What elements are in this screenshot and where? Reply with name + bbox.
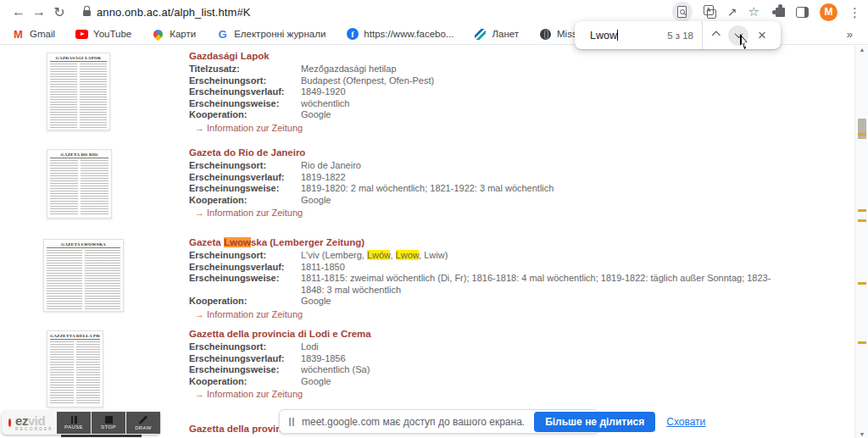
side-panel-icon[interactable] — [796, 7, 809, 18]
forward-icon[interactable]: → — [29, 4, 49, 19]
field-row: Erscheinungsort:Rio de Janeiro — [189, 160, 778, 172]
pause-icon — [71, 416, 77, 424]
field-value: 1811-1815: zweimal wöchentlich (Di, Fr);… — [301, 273, 778, 296]
find-previous-button[interactable] — [703, 24, 726, 47]
draw-button[interactable]: DRAW — [126, 412, 160, 434]
scrollbar-up-icon[interactable]: ▲ — [855, 47, 868, 53]
bookmark-item[interactable]: Ланет — [474, 28, 519, 41]
bookmarks-overflow-chevron[interactable]: » — [847, 28, 853, 41]
field-row: Kooperation:Google — [189, 376, 778, 388]
find-highlight-match: Lwow — [396, 250, 420, 260]
newspaper-thumbnail[interactable]: GAZDASÁGI LAPOK — [47, 53, 110, 130]
youtube-icon — [75, 28, 88, 41]
field-label: Erscheinungsort: — [189, 341, 301, 353]
field-value: Google — [301, 109, 331, 121]
find-match-tick — [858, 219, 866, 222]
find-match-tick — [858, 282, 866, 285]
field-row: Erscheinungsweise:1811-1815: zweimal wöc… — [189, 273, 778, 296]
field-value: wöchentlich — [301, 98, 349, 110]
stop-button[interactable]: STOP — [92, 412, 125, 434]
reload-icon[interactable]: ↻ — [49, 4, 70, 20]
newspaper-title-link[interactable]: Gazeta Lwowska (Lemberger Zeitung) — [189, 237, 778, 247]
google-icon: G — [216, 28, 229, 41]
field-value: Rio de Janeiro — [301, 160, 361, 172]
field-value: 1849-1920 — [301, 86, 346, 98]
globe-icon — [539, 28, 552, 41]
bookmark-item[interactable]: f https://www.facebo... — [346, 28, 453, 41]
field-label: Erscheinungsweise: — [189, 273, 301, 296]
ezvid-logo: ezvid RECORDER — [15, 414, 53, 432]
field-value: Google — [301, 296, 331, 308]
field-value: Google — [301, 195, 331, 207]
field-value: 1811-1850 — [301, 262, 345, 274]
field-value: 1819-1822 — [301, 172, 346, 184]
field-value: wöchentlich (Sa) — [301, 364, 370, 376]
arrow-icon: → — [195, 123, 204, 133]
field-value: 1839-1856 — [301, 353, 346, 365]
field-label: Erscheinungsweise: — [189, 183, 301, 195]
field-row: Kooperation:Google — [189, 195, 778, 207]
field-label: Erscheinungsort: — [189, 250, 301, 262]
field-row: Erscheinungsort:L'viv (Lemberg, Lwów, Lw… — [189, 250, 778, 262]
field-label: Erscheinungsverlauf: — [189, 353, 301, 365]
stop-icon — [105, 416, 113, 424]
field-label: Erscheinungsort: — [189, 160, 301, 172]
extensions-icon[interactable] — [776, 8, 785, 17]
ezvid-recorder-widget: ezvid RECORDER PAUSE STOP DRAW — [2, 411, 160, 435]
field-value: Mezőgazdasági hetilap — [301, 64, 397, 75]
bookmark-star-icon[interactable]: ☆ — [748, 4, 760, 19]
mouse-cursor — [740, 34, 750, 49]
pause-bars-icon — [289, 418, 294, 426]
text-caret — [617, 30, 618, 41]
bookmark-item[interactable]: YouTube — [75, 28, 131, 41]
field-row: Erscheinungsweise:wöchentlich (Sa) — [189, 364, 778, 376]
menu-kebab-icon[interactable]: ⋮ — [849, 6, 861, 19]
bookmark-item[interactable]: G Електронні журнали — [216, 28, 326, 41]
find-in-page-indicator-icon[interactable] — [672, 2, 693, 22]
find-input[interactable]: Lwow — [590, 30, 618, 42]
information-link[interactable]: → Information zur Zeitung — [195, 208, 778, 218]
newspaper-title-link[interactable]: Gazetta della provincia di Lodi e Crema — [189, 329, 778, 339]
find-match-tick — [858, 209, 866, 212]
field-label: Erscheinungsverlauf: — [189, 172, 301, 184]
newspaper-thumbnail[interactable]: GAZETA DO RIO — [47, 149, 112, 219]
newspaper-title-link[interactable]: Gazeta do Rio de Janeiro — [189, 147, 778, 158]
information-link[interactable]: → Information zur Zeitung — [195, 309, 778, 319]
browser-toolbar: ← → ↻ anno.onb.ac.at/alph_list.htm#K ↗ ☆… — [0, 0, 868, 24]
field-label: Erscheinungsverlauf: — [189, 86, 301, 98]
find-close-button[interactable]: × — [750, 24, 774, 47]
profile-avatar[interactable]: M — [820, 3, 837, 21]
newspaper-list: GAZDASÁGI LAPOK Gazdasági Lapok Titelzus… — [0, 46, 854, 438]
scrollbar-down-icon[interactable]: ▼ — [855, 431, 868, 437]
information-link[interactable]: → Information zur Zeitung — [195, 123, 778, 133]
field-row: Erscheinungsverlauf:1849-1920 — [189, 86, 778, 98]
field-label: Kooperation: — [189, 195, 301, 207]
facebook-icon: f — [346, 28, 359, 41]
bookmark-item[interactable]: Карти — [152, 28, 196, 41]
information-link[interactable]: → Information zur Zeitung — [195, 389, 778, 399]
field-label: Erscheinungsweise: — [189, 98, 301, 110]
scrollbar-thumb[interactable] — [858, 119, 866, 139]
newspaper-entry: GAZETA DO RIO Gazeta do Rio de Janeiro E… — [0, 147, 854, 218]
address-bar[interactable]: anno.onb.ac.at/alph_list.htm#K — [97, 6, 251, 19]
page-scrollbar[interactable]: ▲ ▼ — [854, 46, 868, 438]
field-value: Google — [301, 376, 331, 388]
field-value: Budapest (Ofenpest, Ofen-Pest) — [301, 75, 434, 87]
lock-icon[interactable] — [83, 10, 91, 16]
bookmark-item[interactable]: M Gmail — [12, 28, 55, 41]
field-value: 1819-1820: 2 mal wöchentlich; 1821-1922:… — [301, 183, 554, 195]
hide-link[interactable]: Сховати — [666, 416, 705, 428]
newspaper-thumbnail[interactable]: GAZZETTA DELLA PROVINCIA — [47, 330, 103, 408]
back-icon[interactable]: ← — [8, 4, 29, 19]
share-icon[interactable]: ↗ — [727, 5, 737, 19]
newspaper-title-link[interactable]: Gazdasági Lapok — [189, 51, 778, 61]
recording-dot-icon — [8, 419, 11, 427]
translate-icon[interactable] — [704, 6, 716, 19]
field-row: Erscheinungsweise:1819-1820: 2 mal wöche… — [189, 183, 778, 195]
field-row: Titelzusatz:Mezőgazdasági hetilap — [189, 64, 778, 75]
stop-sharing-button[interactable]: Більше не ділитися — [534, 412, 655, 432]
field-row: Erscheinungsweise:wöchentlich — [189, 98, 778, 110]
field-label: Erscheinungsverlauf: — [189, 262, 301, 274]
pause-button[interactable]: PAUSE — [57, 412, 91, 434]
newspaper-thumbnail[interactable]: GAZETA LWOWSKA — [43, 239, 124, 312]
